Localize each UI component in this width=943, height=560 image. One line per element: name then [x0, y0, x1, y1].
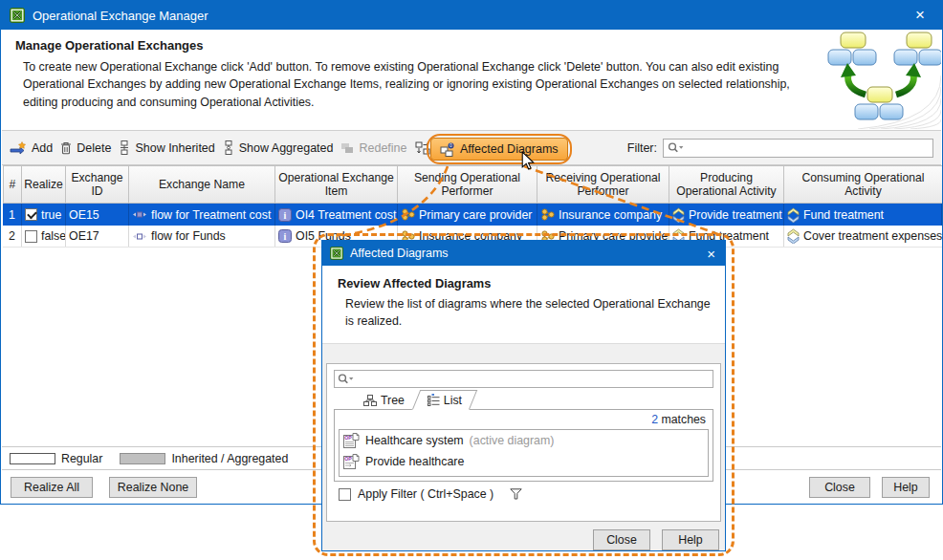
page-title: Manage Operational Exchanges — [15, 38, 204, 53]
add-button[interactable]: Add — [10, 141, 53, 155]
col-producing-activity[interactable]: Producing Operational Activity — [669, 165, 784, 204]
realize-checkbox-checked[interactable] — [25, 208, 37, 221]
flow-icon — [132, 209, 147, 220]
affected-diagrams-highlight-ring: 0 Affected Diagrams — [427, 134, 572, 164]
row-number: 2 — [3, 226, 22, 247]
header-panel: Manage Operational Exchanges To create n… — [2, 30, 941, 131]
tab-list[interactable]: List — [416, 390, 473, 410]
sending-performer-text: Primary care provider — [419, 208, 532, 222]
popup-close-action-button[interactable]: Close — [593, 529, 650, 550]
delete-button[interactable]: Delete — [60, 141, 111, 155]
realize-checkbox-unchecked[interactable] — [25, 230, 37, 243]
row-number: 1 — [3, 204, 22, 226]
receiving-performer-text: Insurance company — [559, 208, 662, 222]
affected-diagrams-dialog: Affected Diagrams × Review Affected Diag… — [321, 240, 726, 551]
col-receiving-performer[interactable]: Receiving Operational Performer — [537, 165, 669, 204]
add-icon — [10, 141, 27, 155]
apply-filter-checkbox[interactable] — [339, 488, 351, 501]
realize-cell[interactable]: true — [22, 204, 66, 226]
match-count-label: matches — [662, 413, 706, 426]
activity-icon — [787, 228, 800, 244]
search-icon — [338, 373, 355, 385]
popup-description: Review the list of diagrams where the se… — [345, 296, 713, 331]
legend-inherited-label: Inherited / Aggregated — [171, 452, 288, 465]
tab-list-label: List — [444, 394, 462, 407]
diagram-icon: OP — [343, 454, 360, 469]
popup-close-button[interactable]: × — [707, 246, 725, 262]
producing-activity-text: Provide treatment — [689, 208, 782, 222]
help-button[interactable]: Help — [882, 477, 930, 498]
sending-performer-cell: Primary care provider — [398, 204, 537, 226]
redefine-label: Redefine — [359, 141, 406, 155]
performer-icon — [401, 208, 415, 221]
popup-titlebar: Affected Diagrams × — [322, 241, 725, 266]
show-inherited-label: Show Inherited — [135, 141, 214, 155]
popup-banner: Review Affected Diagrams Review the list… — [322, 266, 725, 344]
view-tabs: Tree List — [352, 390, 473, 410]
popup-search-input[interactable] — [334, 370, 713, 388]
exchange-name-cell: flow for Funds — [129, 226, 275, 247]
match-count-number: 2 — [651, 413, 658, 426]
legend-regular-swatch — [10, 453, 55, 464]
show-aggregated-button[interactable]: Show Aggregated — [223, 140, 334, 155]
svg-text:OP: OP — [344, 456, 352, 462]
search-icon — [668, 141, 685, 154]
svg-text:i: i — [284, 231, 287, 242]
filter-label: Filter: — [627, 141, 657, 155]
show-inherited-button[interactable]: Show Inherited — [119, 140, 214, 155]
diagram-search-panel: Tree List 2 matches OP — [326, 363, 721, 522]
page-description: To create new Operational Exchange click… — [23, 58, 817, 111]
affected-diagrams-icon: 0 — [440, 142, 455, 157]
col-sending-performer[interactable]: Sending Operational Performer — [398, 165, 537, 204]
affected-diagrams-button[interactable]: 0 Affected Diagrams — [430, 138, 568, 161]
diagram-name: Provide healthcare — [365, 455, 464, 468]
app-icon — [330, 247, 343, 260]
diagram-icon: OP — [343, 433, 360, 448]
exchange-id-cell: OE15 — [66, 204, 129, 226]
performer-icon — [540, 208, 555, 221]
delete-label: Delete — [77, 141, 111, 155]
screenshot-root: Operational Exchange Manager × Manage Op… — [0, 0, 943, 560]
col-operational-exchange-item[interactable]: Operational Exchange Item — [275, 165, 398, 204]
col-consuming-activity[interactable]: Consuming Operational Activity — [784, 165, 942, 204]
list-item[interactable]: OP Healthcare system (active diagram) — [340, 430, 708, 451]
inherited-hierarchy-icon — [119, 140, 130, 155]
consuming-activity-text: Cover treatment expenses — [803, 229, 942, 243]
exchange-id-cell: OE17 — [66, 226, 129, 247]
app-icon — [10, 8, 25, 23]
window-title: Operational Exchange Manager — [33, 9, 208, 23]
svg-text:OP: OP — [344, 435, 352, 441]
popup-help-button[interactable]: Help — [662, 529, 719, 550]
activity-icon — [672, 207, 685, 223]
producing-activity-cell: Provide treatment — [669, 204, 784, 226]
col-exchange-id[interactable]: Exchange ID — [66, 165, 129, 204]
filter-input[interactable] — [663, 139, 933, 158]
match-count: 2 matches — [651, 413, 706, 426]
funnel-icon — [510, 488, 522, 500]
consuming-activity-cell: Cover treatment expenses — [784, 226, 942, 247]
realize-all-button[interactable]: Realize All — [11, 477, 93, 498]
realize-value: true — [41, 208, 61, 222]
receiving-performer-cell: Insurance company — [537, 204, 669, 226]
col-number[interactable]: # — [3, 165, 22, 204]
list-tab-panel: 2 matches OP Healthcare system (active d… — [334, 409, 713, 482]
show-aggregated-label: Show Aggregated — [239, 141, 334, 155]
affected-diagrams-label: Affected Diagrams — [460, 142, 559, 156]
realize-cell[interactable]: false — [22, 226, 66, 247]
list-item[interactable]: OP Provide healthcare — [340, 451, 708, 472]
col-realize[interactable]: Realize — [22, 165, 66, 204]
info-icon: i — [278, 208, 292, 222]
apply-filter-label: Apply Filter ( Ctrl+Space ) — [358, 487, 493, 501]
exchange-name-text: flow for Treatment cost — [151, 208, 271, 222]
close-button[interactable]: Close — [809, 477, 870, 498]
realize-none-button[interactable]: Realize None — [109, 477, 197, 498]
consuming-activity-cell: Fund treatment — [784, 204, 942, 226]
table-row[interactable]: 1 true OE15 flow for Treatment cost i OI… — [3, 204, 942, 226]
col-exchange-name[interactable]: Exchange Name — [129, 165, 275, 204]
realize-value: false — [41, 229, 66, 243]
info-icon: i — [278, 229, 292, 243]
window-close-button[interactable]: × — [898, 1, 942, 30]
active-diagram-note: (active diagram) — [470, 434, 555, 447]
exchange-name-text: flow for Funds — [151, 229, 226, 243]
tab-tree[interactable]: Tree — [352, 390, 416, 410]
